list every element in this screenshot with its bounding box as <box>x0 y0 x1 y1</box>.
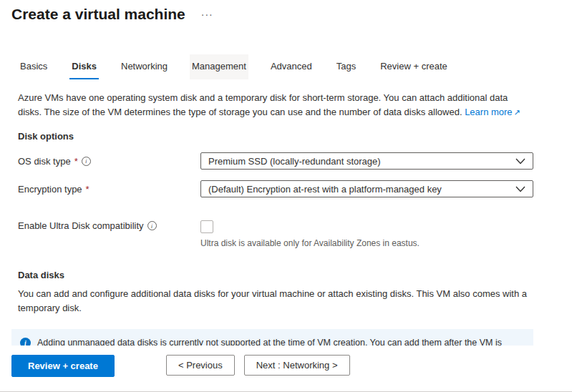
tab-review-create[interactable]: Review + create <box>378 54 450 79</box>
ultra-disk-row: Enable Ultra Disk compatibility i Ultra … <box>18 220 572 248</box>
tab-networking[interactable]: Networking <box>119 54 170 79</box>
encryption-type-control: (Default) Encryption at-rest with a plat… <box>200 180 533 197</box>
tab-disks[interactable]: Disks <box>69 54 99 79</box>
info-icon[interactable]: i <box>147 221 157 230</box>
encryption-type-label-group: Encryption type * <box>18 184 200 195</box>
os-disk-type-select[interactable]: Premium SSD (locally-redundant storage) <box>200 152 533 170</box>
ultra-disk-control: Ultra disk is available only for Availab… <box>200 220 533 248</box>
os-disk-type-label: OS disk type <box>18 156 71 167</box>
footer-action-bar: Review + create < Previous Next : Networ… <box>0 346 572 391</box>
create-vm-page: Create a virtual machine ··· Basics Disk… <box>0 0 572 392</box>
tab-management[interactable]: Management <box>190 54 248 79</box>
intro-paragraph: Azure VMs have one operating system disk… <box>0 79 572 119</box>
disk-options-heading: Disk options <box>0 131 572 142</box>
encryption-type-value: (Default) Encryption at-rest with a plat… <box>208 184 442 195</box>
encryption-type-select[interactable]: (Default) Encryption at-rest with a plat… <box>200 180 533 197</box>
tab-tags[interactable]: Tags <box>334 54 358 79</box>
data-disks-description: You can add and configure additional dat… <box>0 280 572 315</box>
ultra-disk-label: Enable Ultra Disk compatibility <box>18 220 144 231</box>
chevron-down-icon <box>515 186 525 192</box>
ultra-disk-checkbox[interactable] <box>200 220 213 233</box>
learn-more-link[interactable]: Learn more <box>465 107 512 117</box>
tab-advanced[interactable]: Advanced <box>268 54 314 79</box>
ultra-disk-helper-text: Ultra disk is available only for Availab… <box>200 238 533 248</box>
os-disk-type-label-group: OS disk type * i <box>18 156 200 167</box>
external-link-icon: ↗ <box>514 108 520 117</box>
previous-button[interactable]: < Previous <box>166 355 235 376</box>
header: Create a virtual machine ··· <box>0 0 572 23</box>
tab-basics[interactable]: Basics <box>18 54 49 79</box>
chevron-down-icon <box>515 158 525 165</box>
tab-bar: Basics Disks Networking Management Advan… <box>0 54 572 79</box>
data-disks-heading: Data disks <box>0 270 572 280</box>
required-asterisk: * <box>74 156 78 167</box>
os-disk-type-row: OS disk type * i Premium SSD (locally-re… <box>18 152 572 170</box>
encryption-type-label: Encryption type <box>18 184 82 195</box>
os-disk-type-control: Premium SSD (locally-redundant storage) <box>200 152 533 170</box>
next-networking-button[interactable]: Next : Networking > <box>244 355 350 376</box>
required-asterisk: * <box>86 184 89 195</box>
review-create-button[interactable]: Review + create <box>11 355 115 377</box>
ultra-disk-label-group: Enable Ultra Disk compatibility i <box>18 220 200 231</box>
info-icon[interactable]: i <box>82 157 91 166</box>
encryption-type-row: Encryption type * (Default) Encryption a… <box>18 180 572 197</box>
os-disk-type-value: Premium SSD (locally-redundant storage) <box>208 156 381 167</box>
disk-options-form: OS disk type * i Premium SSD (locally-re… <box>0 152 572 248</box>
intro-text: Azure VMs have one operating system disk… <box>18 92 508 117</box>
page-title: Create a virtual machine <box>11 6 185 23</box>
more-options-button[interactable]: ··· <box>201 9 213 20</box>
